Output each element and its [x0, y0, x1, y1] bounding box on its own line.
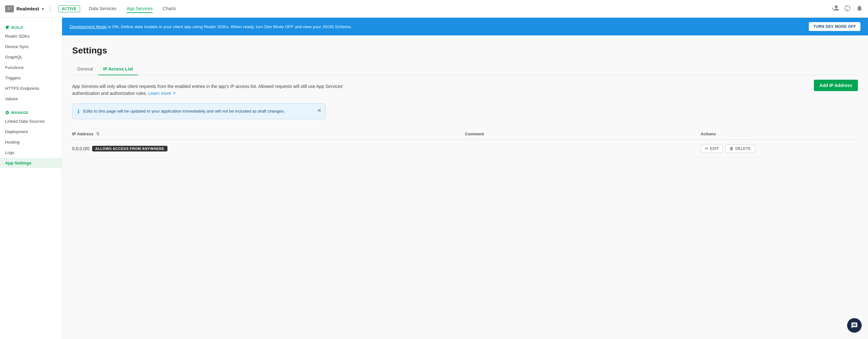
svg-rect-1	[8, 8, 11, 8]
svg-rect-2	[8, 9, 10, 9]
sidebar-item-graphql[interactable]: GraphQL	[0, 52, 62, 62]
sidebar-item-deployment[interactable]: Deployment	[0, 127, 62, 137]
column-actions: Actions	[701, 132, 858, 136]
ip-value: 0.0.0.0/0	[72, 146, 90, 151]
main-content: Development Mode is ON. Define data mode…	[62, 18, 868, 339]
ip-cell: 0.0.0.0/0 ALLOWS ACCESS FROM ANYWHERE	[72, 146, 465, 151]
column-ip-address: IP Address ⇅	[72, 131, 465, 136]
actions-cell: ✏ EDIT 🗑 DELETE	[701, 144, 858, 153]
dev-banner-text: Development Mode is ON. Define data mode…	[70, 24, 352, 29]
delete-icon: 🗑	[730, 146, 734, 151]
nav-icons	[832, 5, 863, 13]
chat-bubble-button[interactable]	[847, 318, 862, 333]
edit-icon: ✏	[705, 146, 709, 151]
tab-general[interactable]: General	[72, 63, 98, 75]
brand-name: Realmtest	[17, 6, 39, 11]
layout: BUILD Realm SDKs Device Sync GraphQL Fun…	[0, 18, 868, 339]
user-add-icon[interactable]	[832, 5, 839, 13]
nav-data-services[interactable]: Data Services	[89, 5, 117, 13]
table-row: 0.0.0.0/0 ALLOWS ACCESS FROM ANYWHERE ✏ …	[72, 140, 858, 158]
brand-icon	[5, 5, 14, 12]
build-label: BUILD	[11, 26, 24, 29]
dev-mode-banner: Development Mode is ON. Define data mode…	[62, 18, 868, 35]
manage-section-label: MANAGE	[0, 108, 62, 116]
dev-mode-link[interactable]: Development Mode	[70, 24, 107, 29]
info-icon: ℹ	[78, 108, 80, 114]
add-ip-address-button[interactable]: Add IP Address	[814, 80, 858, 91]
sidebar-item-https-endpoints[interactable]: HTTPS Endpoints	[0, 83, 62, 94]
column-comment: Comment	[465, 132, 701, 136]
settings-icon[interactable]	[844, 5, 851, 13]
delete-button[interactable]: 🗑 DELETE	[725, 144, 755, 153]
nav-links: Data Services App Services Charts	[89, 5, 176, 13]
sort-icon[interactable]: ⇅	[96, 131, 100, 136]
sidebar-item-app-settings[interactable]: App Settings	[0, 158, 62, 168]
sidebar-item-values[interactable]: Values	[0, 94, 62, 104]
ip-access-table: IP Address ⇅ Comment Actions 0.0.0.0/0 A…	[72, 128, 858, 158]
status-badge: ACTIVE	[58, 5, 80, 12]
info-alert: ℹ Edits to this page will be updated in …	[72, 103, 326, 119]
sidebar-item-triggers[interactable]: Triggers	[0, 73, 62, 83]
manage-label: MANAGE	[11, 111, 29, 114]
brand-dropdown-icon[interactable]: ▾	[42, 7, 44, 11]
build-section-label: BUILD	[0, 23, 62, 31]
notification-icon[interactable]	[856, 5, 863, 13]
top-nav: Realmtest ▾ ⋮ ACTIVE Data Services App S…	[0, 0, 868, 18]
edit-button[interactable]: ✏ EDIT	[701, 144, 723, 153]
sidebar-item-device-sync[interactable]: Device Sync	[0, 41, 62, 52]
turn-dev-mode-off-button[interactable]: TURN DEV MODE OFF	[809, 22, 860, 31]
sidebar-item-linked-data-sources[interactable]: Linked Data Sources	[0, 116, 62, 127]
learn-more-link[interactable]: Learn more ↗	[149, 91, 176, 96]
sidebar-item-logs[interactable]: Logs	[0, 147, 62, 158]
table-header: IP Address ⇅ Comment Actions	[72, 128, 858, 140]
page-body: Settings General IP Access List Add IP A…	[62, 35, 868, 168]
sidebar-item-hosting[interactable]: Hosting	[0, 137, 62, 147]
info-alert-close-button[interactable]: ✕	[317, 107, 321, 113]
page-title: Settings	[72, 45, 858, 56]
settings-tabs: General IP Access List	[72, 63, 858, 75]
nav-app-services[interactable]: App Services	[127, 5, 153, 13]
more-options-icon[interactable]: ⋮	[48, 5, 53, 12]
ip-access-description: App Services will only allow client requ…	[72, 83, 357, 97]
info-alert-text: Edits to this page will be updated in yo…	[83, 108, 285, 114]
nav-charts[interactable]: Charts	[163, 5, 176, 13]
sidebar-item-functions[interactable]: Functions	[0, 62, 62, 73]
sidebar-item-realm-sdks[interactable]: Realm SDKs	[0, 31, 62, 41]
tab-ip-access-list[interactable]: IP Access List	[98, 63, 138, 75]
ip-access-badge: ALLOWS ACCESS FROM ANYWHERE	[92, 146, 167, 151]
brand: Realmtest ▾	[5, 5, 44, 12]
dev-banner-suffix: is ON. Define data models in your client…	[107, 24, 352, 29]
sidebar: BUILD Realm SDKs Device Sync GraphQL Fun…	[0, 18, 62, 339]
